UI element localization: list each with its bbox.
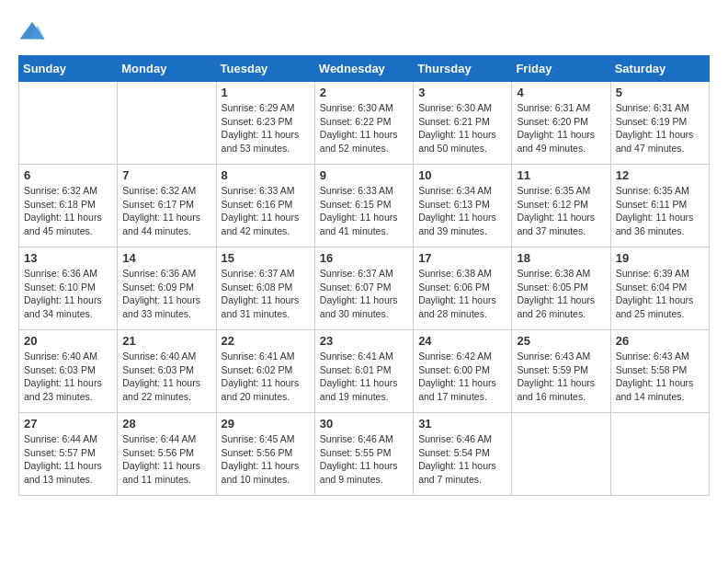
calendar-day-cell: 22Sunrise: 6:41 AM Sunset: 6:02 PM Dayli…: [216, 330, 314, 413]
calendar-day-cell: 16Sunrise: 6:37 AM Sunset: 6:07 PM Dayli…: [314, 247, 413, 330]
calendar-table: SundayMondayTuesdayWednesdayThursdayFrid…: [18, 55, 710, 496]
day-info: Sunrise: 6:36 AM Sunset: 6:09 PM Dayligh…: [122, 267, 210, 321]
day-number: 15: [222, 251, 310, 265]
calendar-week-row: 1Sunrise: 6:29 AM Sunset: 6:23 PM Daylig…: [19, 82, 710, 165]
day-number: 10: [418, 168, 506, 182]
day-number: 16: [320, 251, 408, 265]
day-number: 26: [616, 334, 704, 348]
weekday-header-cell: Friday: [512, 56, 610, 82]
day-number: 22: [222, 334, 310, 348]
day-number: 31: [418, 417, 506, 431]
calendar-day-cell: 15Sunrise: 6:37 AM Sunset: 6:08 PM Dayli…: [216, 247, 314, 330]
day-info: Sunrise: 6:31 AM Sunset: 6:20 PM Dayligh…: [517, 101, 605, 155]
calendar-day-cell: [512, 413, 610, 496]
day-info: Sunrise: 6:32 AM Sunset: 6:18 PM Dayligh…: [24, 184, 112, 238]
day-number: 9: [320, 168, 408, 182]
day-number: 7: [122, 168, 210, 182]
day-number: 11: [517, 168, 605, 182]
day-info: Sunrise: 6:30 AM Sunset: 6:22 PM Dayligh…: [320, 101, 408, 155]
day-info: Sunrise: 6:37 AM Sunset: 6:08 PM Dayligh…: [222, 267, 310, 321]
day-number: 21: [122, 334, 210, 348]
calendar-week-row: 6Sunrise: 6:32 AM Sunset: 6:18 PM Daylig…: [19, 165, 710, 247]
day-number: 30: [320, 417, 408, 431]
day-number: 27: [24, 417, 112, 431]
day-number: 6: [24, 168, 112, 182]
calendar-day-cell: 20Sunrise: 6:40 AM Sunset: 6:03 PM Dayli…: [19, 330, 118, 413]
calendar-day-cell: 12Sunrise: 6:35 AM Sunset: 6:11 PM Dayli…: [610, 165, 709, 247]
calendar-day-cell: 10Sunrise: 6:34 AM Sunset: 6:13 PM Dayli…: [414, 165, 512, 247]
day-number: 3: [418, 86, 506, 99]
day-number: 28: [122, 417, 210, 431]
day-info: Sunrise: 6:36 AM Sunset: 6:10 PM Dayligh…: [24, 267, 112, 321]
weekday-header-cell: Sunday: [19, 56, 118, 82]
day-info: Sunrise: 6:38 AM Sunset: 6:06 PM Dayligh…: [418, 267, 506, 321]
day-number: 24: [418, 334, 506, 348]
calendar-week-row: 13Sunrise: 6:36 AM Sunset: 6:10 PM Dayli…: [19, 247, 710, 330]
day-number: 13: [24, 251, 112, 265]
day-number: 14: [122, 251, 210, 265]
calendar-day-cell: 28Sunrise: 6:44 AM Sunset: 5:56 PM Dayli…: [118, 413, 216, 496]
day-info: Sunrise: 6:39 AM Sunset: 6:04 PM Dayligh…: [616, 267, 704, 321]
calendar-day-cell: 25Sunrise: 6:43 AM Sunset: 5:59 PM Dayli…: [512, 330, 610, 413]
day-info: Sunrise: 6:43 AM Sunset: 5:58 PM Dayligh…: [616, 350, 704, 404]
calendar-day-cell: 1Sunrise: 6:29 AM Sunset: 6:23 PM Daylig…: [216, 82, 314, 165]
day-info: Sunrise: 6:31 AM Sunset: 6:19 PM Dayligh…: [616, 101, 704, 155]
day-info: Sunrise: 6:29 AM Sunset: 6:23 PM Dayligh…: [222, 101, 310, 155]
calendar-day-cell: 4Sunrise: 6:31 AM Sunset: 6:20 PM Daylig…: [512, 82, 610, 165]
day-number: 2: [320, 86, 408, 99]
weekday-header-cell: Tuesday: [216, 56, 314, 82]
calendar-day-cell: 2Sunrise: 6:30 AM Sunset: 6:22 PM Daylig…: [314, 82, 413, 165]
day-number: 17: [418, 251, 506, 265]
calendar-day-cell: [118, 82, 216, 165]
day-info: Sunrise: 6:33 AM Sunset: 6:16 PM Dayligh…: [222, 184, 310, 238]
calendar-day-cell: 3Sunrise: 6:30 AM Sunset: 6:21 PM Daylig…: [414, 82, 512, 165]
weekday-header-row: SundayMondayTuesdayWednesdayThursdayFrid…: [19, 56, 710, 82]
calendar-day-cell: 5Sunrise: 6:31 AM Sunset: 6:19 PM Daylig…: [610, 82, 709, 165]
day-info: Sunrise: 6:46 AM Sunset: 5:54 PM Dayligh…: [418, 432, 506, 487]
calendar-day-cell: 30Sunrise: 6:46 AM Sunset: 5:55 PM Dayli…: [314, 413, 413, 496]
day-info: Sunrise: 6:40 AM Sunset: 6:03 PM Dayligh…: [122, 350, 210, 404]
calendar-day-cell: 23Sunrise: 6:41 AM Sunset: 6:01 PM Dayli…: [314, 330, 413, 413]
day-number: 29: [222, 417, 310, 431]
logo-icon: [18, 18, 46, 46]
calendar-day-cell: 18Sunrise: 6:38 AM Sunset: 6:05 PM Dayli…: [512, 247, 610, 330]
calendar-day-cell: 8Sunrise: 6:33 AM Sunset: 6:16 PM Daylig…: [216, 165, 314, 247]
day-info: Sunrise: 6:41 AM Sunset: 6:01 PM Dayligh…: [320, 350, 408, 404]
calendar-day-cell: [610, 413, 709, 496]
day-number: 23: [320, 334, 408, 348]
calendar-day-cell: 7Sunrise: 6:32 AM Sunset: 6:17 PM Daylig…: [118, 165, 216, 247]
weekday-header-cell: Saturday: [610, 56, 709, 82]
weekday-header-cell: Thursday: [414, 56, 512, 82]
day-info: Sunrise: 6:42 AM Sunset: 6:00 PM Dayligh…: [418, 350, 506, 404]
calendar-day-cell: 9Sunrise: 6:33 AM Sunset: 6:15 PM Daylig…: [314, 165, 413, 247]
day-info: Sunrise: 6:43 AM Sunset: 5:59 PM Dayligh…: [517, 350, 605, 404]
calendar-body: 1Sunrise: 6:29 AM Sunset: 6:23 PM Daylig…: [19, 82, 710, 496]
day-info: Sunrise: 6:40 AM Sunset: 6:03 PM Dayligh…: [24, 350, 112, 404]
day-info: Sunrise: 6:32 AM Sunset: 6:17 PM Dayligh…: [122, 184, 210, 238]
calendar-day-cell: 19Sunrise: 6:39 AM Sunset: 6:04 PM Dayli…: [610, 247, 709, 330]
day-info: Sunrise: 6:34 AM Sunset: 6:13 PM Dayligh…: [418, 184, 506, 238]
day-number: 12: [616, 168, 704, 182]
calendar-day-cell: 6Sunrise: 6:32 AM Sunset: 6:18 PM Daylig…: [19, 165, 118, 247]
day-number: 8: [222, 168, 310, 182]
day-info: Sunrise: 6:46 AM Sunset: 5:55 PM Dayligh…: [320, 432, 408, 487]
day-info: Sunrise: 6:35 AM Sunset: 6:12 PM Dayligh…: [517, 184, 605, 238]
calendar-day-cell: 21Sunrise: 6:40 AM Sunset: 6:03 PM Dayli…: [118, 330, 216, 413]
day-number: 20: [24, 334, 112, 348]
day-info: Sunrise: 6:41 AM Sunset: 6:02 PM Dayligh…: [222, 350, 310, 404]
calendar-day-cell: 27Sunrise: 6:44 AM Sunset: 5:57 PM Dayli…: [19, 413, 118, 496]
calendar-day-cell: 29Sunrise: 6:45 AM Sunset: 5:56 PM Dayli…: [216, 413, 314, 496]
day-info: Sunrise: 6:44 AM Sunset: 5:57 PM Dayligh…: [24, 432, 112, 487]
day-info: Sunrise: 6:44 AM Sunset: 5:56 PM Dayligh…: [122, 432, 210, 487]
day-info: Sunrise: 6:45 AM Sunset: 5:56 PM Dayligh…: [222, 432, 310, 487]
calendar-day-cell: 13Sunrise: 6:36 AM Sunset: 6:10 PM Dayli…: [19, 247, 118, 330]
calendar-day-cell: 26Sunrise: 6:43 AM Sunset: 5:58 PM Dayli…: [610, 330, 709, 413]
calendar-day-cell: 31Sunrise: 6:46 AM Sunset: 5:54 PM Dayli…: [414, 413, 512, 496]
page-header: [18, 18, 710, 46]
calendar-day-cell: 11Sunrise: 6:35 AM Sunset: 6:12 PM Dayli…: [512, 165, 610, 247]
weekday-header-cell: Monday: [118, 56, 216, 82]
calendar-day-cell: 24Sunrise: 6:42 AM Sunset: 6:00 PM Dayli…: [414, 330, 512, 413]
day-info: Sunrise: 6:30 AM Sunset: 6:21 PM Dayligh…: [418, 101, 506, 155]
day-info: Sunrise: 6:35 AM Sunset: 6:11 PM Dayligh…: [616, 184, 704, 238]
day-number: 19: [616, 251, 704, 265]
